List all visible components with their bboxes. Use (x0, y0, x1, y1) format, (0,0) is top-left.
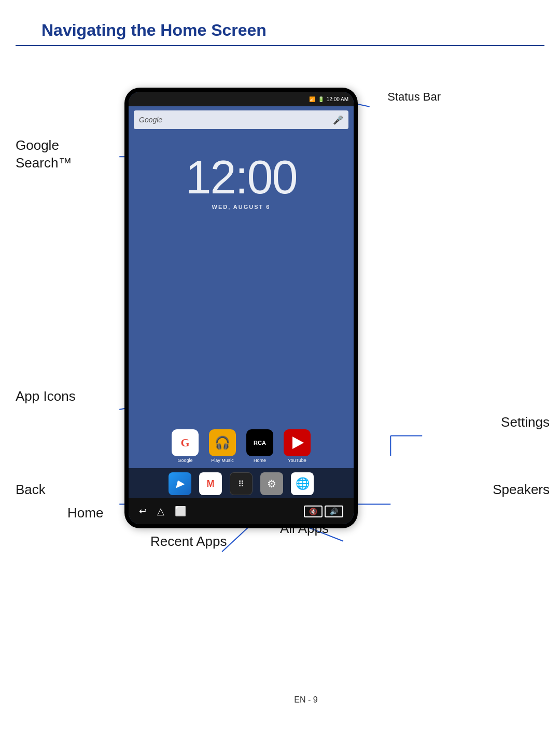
label-google-search: GoogleSearch™ (16, 137, 72, 172)
label-speakers: Speakers (493, 482, 550, 498)
dock-chrome[interactable]: 🌐 (291, 472, 314, 495)
volume-down-icon: 🔇 (309, 508, 317, 515)
label-settings: Settings (501, 414, 550, 430)
dock-settings[interactable]: ⚙ (260, 472, 283, 495)
label-back: Back (16, 482, 46, 498)
dock-all-apps[interactable]: ⠿ (230, 472, 253, 495)
app-icon-youtube[interactable]: YouTube (284, 429, 311, 463)
all-apps-icon: ⠿ (230, 472, 253, 495)
clock-area: 12:00 WED, AUGUST 6 (129, 133, 354, 424)
label-recent-apps: Recent Apps (150, 534, 227, 550)
search-bar-label: Google (139, 116, 162, 124)
volume-up-button[interactable]: 🔊 (325, 506, 343, 517)
back-button[interactable]: ↩ (139, 506, 147, 517)
status-bar: 📶 🔋 12:00 AM (129, 92, 354, 106)
volume-up-icon: 🔊 (330, 508, 338, 515)
dock-gmail[interactable]: M (199, 472, 222, 495)
clock-time: 12:00 (185, 154, 297, 201)
google-icon-img: G (172, 429, 199, 456)
main-content: Status Bar GoogleSearch™ App Icons Setti… (0, 46, 560, 720)
youtube-icon-img (284, 429, 311, 456)
volume-buttons: 🔇 🔊 (304, 506, 343, 517)
search-bar-area: Google 🎤 (129, 106, 354, 133)
battery-icon: 🔋 (318, 96, 324, 102)
settings-icon: ⚙ (260, 472, 283, 495)
app-icon-home[interactable]: RCA Home (246, 429, 273, 463)
page-footer: EN - 9 (26, 695, 560, 705)
label-status-bar: Status Bar (387, 90, 441, 104)
mic-icon[interactable]: 🎤 (333, 115, 343, 125)
search-bar[interactable]: Google 🎤 (134, 110, 348, 129)
playmusic-label: Play Music (211, 458, 234, 463)
phone-screen: 📶 🔋 12:00 AM Google 🎤 12:00 WED, AUGUST … (129, 92, 354, 524)
dock-bar: ▶ M ⠿ ⚙ (129, 468, 354, 498)
volume-down-button[interactable]: 🔇 (304, 506, 323, 517)
google-label: Google (177, 458, 192, 463)
status-time: 12:00 AM (327, 96, 348, 102)
page-title: Navigating the Home Screen (16, 0, 544, 46)
nav-buttons: ↩ △ ⬜ (139, 506, 186, 517)
home-button[interactable]: △ (157, 506, 164, 517)
app-icons-row: G Google 🎧 Play Music RCA Home (129, 424, 354, 468)
recent-apps-button[interactable]: ⬜ (175, 506, 186, 517)
label-app-icons: App Icons (16, 388, 76, 404)
nav-bar: ↩ △ ⬜ 🔇 🔊 (129, 498, 354, 524)
youtube-play-icon (292, 437, 304, 449)
youtube-label: YouTube (288, 458, 306, 463)
chrome-icon: 🌐 (291, 472, 314, 495)
status-bar-content: 📶 🔋 12:00 AM (309, 96, 348, 102)
app-icon-google[interactable]: G Google (172, 429, 199, 463)
playmusic-icon-img: 🎧 (209, 429, 236, 456)
clock-date: WED, AUGUST 6 (212, 204, 271, 210)
label-home: Home (67, 505, 103, 521)
page-number: EN - 9 (294, 695, 317, 704)
app-icon-playmusic[interactable]: 🎧 Play Music (209, 429, 236, 463)
dock-play-store[interactable]: ▶ (169, 472, 191, 495)
home-label: Home (254, 458, 266, 463)
phone-device: 📶 🔋 12:00 AM Google 🎤 12:00 WED, AUGUST … (124, 88, 358, 528)
rca-logo: RCA (254, 440, 266, 446)
gmail-icon: M (199, 472, 222, 495)
home-icon-img: RCA (246, 429, 273, 456)
play-store-icon: ▶ (169, 472, 191, 495)
wifi-icon: 📶 (309, 96, 315, 102)
headphones-icon: 🎧 (215, 436, 230, 450)
